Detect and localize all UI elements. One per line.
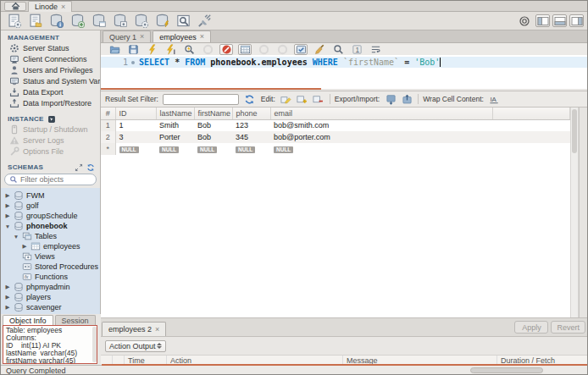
beautify-script-button[interactable] — [313, 44, 326, 55]
create-function-button[interactable] — [153, 13, 171, 29]
commit-transaction-button[interactable] — [257, 44, 270, 55]
sidebar-item-client-connections[interactable]: Client Connections — [1, 53, 100, 64]
wrap-text-button[interactable] — [369, 44, 382, 55]
sidebar-item-startup-shutdown[interactable]: Startup / Shutdown — [1, 124, 100, 135]
tree-item-scavenger[interactable]: ▶scavenger — [1, 302, 100, 312]
limit-rows-button[interactable] — [238, 44, 252, 55]
collapsed-arrow-icon[interactable]: ▶ — [4, 202, 11, 209]
column-header-id[interactable]: ID — [115, 108, 156, 119]
column-header-lastname[interactable]: lastName — [156, 108, 194, 119]
grid-cell[interactable]: bob@porter.com — [270, 131, 492, 143]
collapse-all-icon[interactable] — [75, 163, 83, 172]
invisible-characters-button[interactable]: 1 — [350, 44, 363, 55]
export-recordset-button[interactable] — [384, 93, 397, 105]
create-view-button[interactable] — [111, 13, 129, 29]
result-grid[interactable]: #IDlastNamefirstNamephoneemail 11SmithBo… — [101, 108, 570, 317]
tree-item-stored-procedures[interactable]: Stored Procedures — [1, 262, 100, 272]
tree-item-golf[interactable]: ▶golf — [1, 201, 100, 211]
tab-query-1[interactable]: Query 1 × — [103, 30, 151, 42]
sidebar-item-status-and-system-variables[interactable]: Status and System Variables — [1, 75, 100, 86]
refresh-grid-button[interactable] — [243, 93, 257, 105]
column-header-row-number[interactable]: # — [101, 108, 115, 119]
explain-plan-button[interactable] — [182, 44, 196, 55]
sidebar-item-server-logs[interactable]: Server Logs — [1, 135, 100, 146]
tree-item-views[interactable]: Views — [1, 251, 100, 262]
close-icon[interactable]: × — [200, 33, 204, 41]
tree-item-fwm[interactable]: ▶FWM — [1, 190, 100, 201]
close-icon[interactable]: × — [140, 33, 144, 41]
column-header-phone[interactable]: phone — [232, 108, 270, 119]
editor-splitter-highlight[interactable] — [101, 88, 321, 90]
collapsed-arrow-icon[interactable]: ▶ — [4, 294, 11, 301]
tree-item-tables[interactable]: ▼Tables — [1, 231, 100, 241]
open-script-button[interactable] — [108, 44, 121, 55]
execute-current-statement-button[interactable] — [164, 44, 177, 55]
grid-cell[interactable]: 123 — [232, 119, 270, 131]
grid-cell[interactable]: Bob — [194, 131, 232, 143]
grid-cell[interactable]: 3 — [115, 131, 156, 143]
connection-status-button[interactable] — [515, 13, 533, 29]
result-grid-scrollbar-thumb[interactable] — [572, 109, 577, 153]
close-icon[interactable]: × — [155, 326, 159, 334]
toggle-stop-on-error-button[interactable] — [219, 44, 233, 55]
object-info-scrollbar[interactable] — [92, 327, 97, 362]
instance-actions-icon[interactable] — [47, 115, 56, 124]
toggle-right-panel-button[interactable] — [569, 14, 584, 27]
close-icon[interactable]: × — [61, 3, 65, 11]
result-set-filter-input[interactable] — [163, 94, 239, 105]
sidebar-item-server-status[interactable]: Server Status — [1, 42, 100, 53]
horizontal-scrollbar-thumb[interactable] — [470, 367, 543, 373]
revert-button[interactable]: Revert — [551, 321, 585, 334]
column-header-firstname[interactable]: firstName — [194, 108, 232, 119]
grid-cell[interactable]: 1 — [115, 119, 156, 131]
toggle-bottom-panel-button[interactable] — [552, 14, 567, 27]
tree-item-employees[interactable]: ▶employees — [1, 241, 100, 251]
schema-filter-input[interactable] — [20, 175, 88, 184]
tree-item-players[interactable]: ▶players — [1, 292, 100, 302]
stop-execution-button[interactable] — [201, 44, 214, 55]
toggle-autocommit-button[interactable] — [294, 44, 308, 55]
sql-editor[interactable]: 1 SELECT * FROM phonebook.employees WHER… — [101, 55, 588, 89]
collapsed-arrow-icon[interactable]: ▶ — [4, 284, 11, 290]
inspect-database-button[interactable] — [47, 13, 65, 29]
save-script-button[interactable] — [126, 44, 140, 55]
grid-cell[interactable]: Smith — [156, 119, 194, 131]
grid-cell-null[interactable]: NULL — [194, 143, 232, 155]
collapsed-arrow-icon[interactable]: ▶ — [4, 304, 11, 311]
delete-selected-rows-button[interactable] — [312, 93, 325, 105]
grid-cell-null[interactable]: NULL — [115, 143, 156, 155]
reconnect-dbms-button[interactable] — [196, 13, 214, 29]
refresh-schemas-icon[interactable] — [86, 163, 95, 172]
edit-current-row-button[interactable] — [280, 93, 293, 105]
grid-cell-null[interactable]: NULL — [156, 143, 194, 155]
sidebar-item-data-import-restore[interactable]: Data Import/Restore — [1, 97, 100, 108]
new-query-tab-button[interactable] — [5, 13, 23, 29]
tree-item-groupschedule[interactable]: ▶groupSchedule — [1, 211, 100, 221]
grid-cell-null[interactable]: NULL — [232, 143, 270, 155]
create-table-button[interactable] — [90, 13, 108, 29]
rollback-transaction-button[interactable] — [275, 44, 289, 55]
find-panel-button[interactable] — [331, 44, 345, 55]
create-procedure-button[interactable] — [132, 13, 150, 29]
sidebar-item-data-export[interactable]: Data Export — [1, 86, 100, 97]
collapsed-arrow-icon[interactable]: ▶ — [21, 243, 28, 250]
create-schema-button[interactable] — [69, 13, 86, 29]
tree-item-phonebook[interactable]: ▼phonebook — [1, 221, 100, 231]
connection-tab-linode[interactable]: Linode × — [28, 1, 72, 12]
home-tab-button[interactable] — [4, 2, 26, 11]
grid-cell[interactable]: Porter — [156, 131, 194, 143]
expanded-arrow-icon[interactable]: ▼ — [13, 234, 19, 240]
new-row[interactable]: *NULLNULLNULLNULLNULL — [101, 143, 570, 155]
tree-item-functions[interactable]: fxFunctions — [1, 272, 100, 282]
tab-employees-2[interactable]: employees 2 × — [102, 322, 166, 336]
apply-button[interactable]: Apply — [514, 321, 548, 334]
collapsed-arrow-icon[interactable]: ▶ — [4, 192, 11, 199]
sidebar-item-options-file[interactable]: Options File — [1, 146, 100, 157]
search-table-data-button[interactable] — [175, 13, 192, 29]
open-script-file-button[interactable] — [26, 13, 44, 29]
grid-cell[interactable]: bob@smith.com — [270, 119, 492, 131]
toggle-wrap-cell-content-button[interactable]: IA — [488, 93, 502, 105]
sidebar-item-users-and-privileges[interactable]: Users and Privileges — [1, 64, 100, 75]
grid-cell[interactable]: 345 — [232, 131, 270, 143]
table-row[interactable]: 11SmithBob123bob@smith.com — [101, 119, 570, 131]
